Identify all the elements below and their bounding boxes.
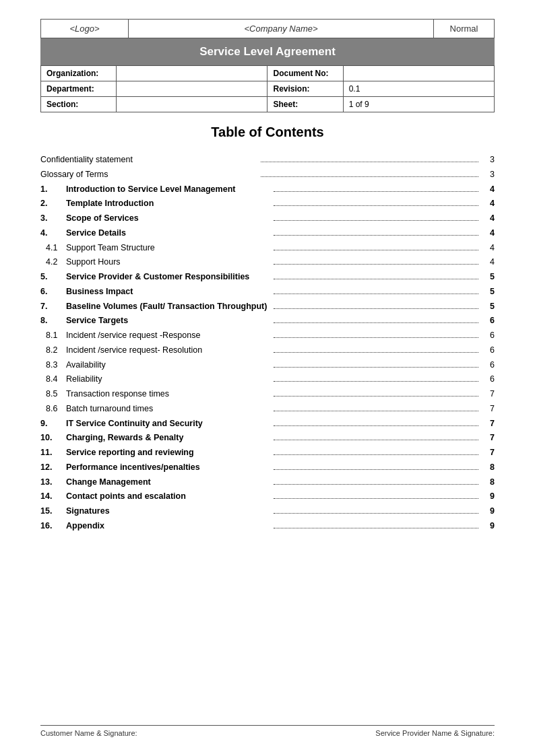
toc-item-text: Change Management: [66, 476, 271, 489]
toc-item-text: Contact points and escalation: [66, 490, 271, 503]
toc-item-dots: [274, 294, 478, 294]
toc-item-number: 2.: [40, 197, 66, 210]
toc-item-dots: [274, 367, 478, 368]
toc-item-page: 4: [481, 242, 495, 254]
title-banner: Service Level Agreement: [40, 38, 495, 65]
section-label: Section:: [41, 97, 117, 112]
toc-item-number: 11.: [40, 446, 66, 459]
org-label: Organization:: [41, 66, 117, 81]
toc-item-number: 8.1: [40, 329, 66, 342]
toc-item-dots: [274, 484, 478, 485]
toc-item-dots: [274, 264, 478, 265]
toc-item: 8.4Reliability6: [40, 373, 495, 386]
toc-item-dots: [274, 279, 478, 279]
toc-item: 11.Service reporting and reviewing7: [40, 446, 495, 459]
toc-item-text: Baseline Volumes (Fault/ Transaction Thr…: [66, 300, 271, 313]
toc-item-text: Support Team Structure: [66, 242, 271, 254]
toc-item-text: Reliability: [66, 373, 271, 386]
toc-item-text: Transaction response times: [66, 388, 271, 401]
toc-item-dots: [274, 425, 478, 426]
footer-right: Service Provider Name & Signature:: [375, 729, 495, 737]
toc-item-number: 4.: [40, 227, 66, 240]
toc-item: 8.5Transaction response times7: [40, 388, 495, 401]
toc-item-dots: [274, 454, 478, 455]
toc-item-page: 6: [481, 344, 495, 357]
toc-item-page: 6: [481, 314, 495, 327]
toc-item: 7.Baseline Volumes (Fault/ Transaction T…: [40, 300, 495, 313]
toc-item-dots: [274, 235, 478, 236]
toc-item-dots: [261, 162, 478, 162]
toc-item-text: Service reporting and reviewing: [66, 446, 271, 459]
toc-item-text: Performance incentives/penalties: [66, 461, 271, 474]
revision-value: 0.1: [343, 81, 494, 97]
toc-item-dots: [274, 440, 478, 440]
toc-item: 8.2Incident /service request- Resolution…: [40, 344, 495, 357]
toc-item-text: Support Hours: [66, 256, 271, 269]
toc-item: 8.6Batch turnaround times7: [40, 403, 495, 415]
toc-item-number: 8.2: [40, 344, 66, 357]
toc-item: 5.Service Provider & Customer Responsibi…: [40, 271, 495, 283]
toc-item-dots: [274, 220, 478, 221]
toc-item-text: Appendix: [66, 520, 271, 532]
sheet-label: Sheet:: [268, 97, 343, 112]
toc-item: 14.Contact points and escalation9: [40, 490, 495, 503]
toc-item: 8.Service Targets6: [40, 314, 495, 327]
toc-item-page: 4: [481, 256, 495, 269]
toc-item-number: 4.2: [40, 256, 66, 269]
toc-item-text: Incident /service request -Response: [66, 329, 271, 342]
toc-item-number: 4.1: [40, 242, 66, 254]
revision-label: Revision:: [268, 81, 343, 97]
toc-item-dots: [261, 176, 478, 177]
toc-item-number: 12.: [40, 461, 66, 474]
toc-item-dots: [274, 337, 478, 338]
toc-item-page: 9: [481, 490, 495, 503]
toc-item-page: 4: [481, 212, 495, 225]
toc-item-page: 4: [481, 183, 495, 196]
toc-item-page: 4: [481, 197, 495, 210]
toc-item-text: Incident /service request- Resolution: [66, 344, 271, 357]
toc-item-dots: [274, 191, 478, 192]
toc-item-page: 7: [481, 432, 495, 444]
toc-title: Table of Contents: [40, 125, 495, 140]
toc-item: 6.Business Impact5: [40, 285, 495, 298]
docno-value: [343, 66, 494, 81]
toc-item-number: 8.3: [40, 359, 66, 372]
toc-item: 12.Performance incentives/penalties8: [40, 461, 495, 474]
toc-item: 4.Service Details4: [40, 227, 495, 240]
toc-item: 8.3Availability6: [40, 359, 495, 372]
footer: Customer Name & Signature: Service Provi…: [40, 725, 495, 737]
dept-value: [117, 81, 268, 97]
toc-item-number: 10.: [40, 432, 66, 444]
toc-item-dots: [274, 308, 478, 309]
header-company: <Company Name>: [129, 20, 434, 38]
sheet-value: 1 of 9: [343, 97, 494, 112]
toc-item-dots: [274, 352, 478, 353]
toc-item-text: Service Targets: [66, 314, 271, 327]
toc-item-dots: [274, 396, 478, 397]
toc-item-text: Service Details: [66, 227, 271, 240]
header-table: <Logo> <Company Name> Normal: [40, 19, 495, 38]
toc-item: Glossary of Terms3: [40, 168, 495, 181]
header-normal: Normal: [434, 20, 495, 38]
toc-item-dots: [274, 381, 478, 382]
toc-item: 4.1Support Team Structure4: [40, 242, 495, 254]
toc-item-number: 14.: [40, 490, 66, 503]
toc-item: 10.Charging, Rewards & Penalty7: [40, 432, 495, 444]
toc-item: 4.2Support Hours4: [40, 256, 495, 269]
docno-label: Document No:: [268, 66, 343, 81]
toc-item-dots: [274, 469, 478, 470]
toc-item-page: 6: [481, 373, 495, 386]
toc-item-page: 9: [481, 505, 495, 518]
toc-item-number: 5.: [40, 271, 66, 283]
toc-item-page: 8: [481, 476, 495, 489]
section-value: [117, 97, 268, 112]
toc-item: 2.Template Introduction4: [40, 197, 495, 210]
toc-item-dots: [274, 205, 478, 206]
toc-item-number: 7.: [40, 300, 66, 313]
toc-item-page: 5: [481, 285, 495, 298]
toc-item-number: 8.6: [40, 403, 66, 415]
toc-item-page: 9: [481, 520, 495, 532]
toc-item: 16.Appendix9: [40, 520, 495, 532]
toc-item-number: 6.: [40, 285, 66, 298]
toc-item-page: 8: [481, 461, 495, 474]
